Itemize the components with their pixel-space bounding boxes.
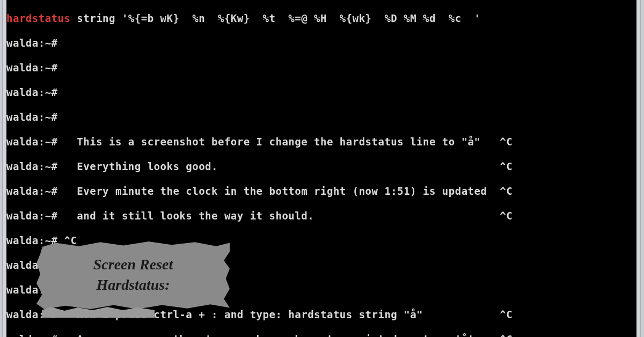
terminal-text: This is a screenshot before I change the…	[58, 136, 513, 148]
terminal-line: walda:~#	[6, 62, 636, 74]
shell-prompt: walda:~#	[6, 185, 58, 197]
overlay-label: Screen Reset Hardstatus:	[36, 241, 230, 309]
hardstatus-keyword: hardstatus	[6, 12, 70, 24]
shell-prompt: walda:~#	[6, 111, 58, 123]
shell-prompt: walda:~#	[6, 86, 58, 98]
shell-prompt: walda:~#	[6, 62, 58, 74]
terminal-line: hardstatus string '%{=b wK} %n %{Kw} %t …	[6, 12, 636, 25]
overlay-label-line2: Hardstatus:	[53, 275, 214, 295]
overlay-label-line1: Screen Reset	[53, 254, 214, 275]
terminal-line: walda:~#	[6, 37, 636, 49]
terminal-line: walda:~# Everything looks good. ^C	[6, 160, 636, 173]
shell-prompt: walda:~#	[6, 136, 58, 148]
terminal-line: walda:~# As you can see there's a garbag…	[6, 333, 636, 337]
terminal-line: walda:~# This is a screenshot before I c…	[6, 136, 636, 148]
terminal-line: walda:~#	[6, 111, 636, 123]
shell-prompt: walda:~#	[6, 210, 58, 222]
terminal-text: Every minute the clock in the bottom rig…	[58, 185, 513, 197]
hardstatus-args: string '%{=b wK} %n %{Kw} %t %=@ %H %{wk…	[70, 12, 480, 24]
terminal-line: walda:~# Every minute the clock in the b…	[6, 185, 636, 197]
shell-prompt: walda:~#	[6, 37, 58, 49]
terminal-line: walda:~# and it still looks the way it s…	[6, 210, 636, 222]
terminal-text: and it still looks the way it should. ^C	[58, 210, 513, 222]
terminal-line: walda:~#	[6, 86, 636, 99]
terminal-text: As you can see there's a garbage charact…	[58, 333, 513, 337]
shell-prompt: walda:~#	[6, 160, 58, 172]
terminal-text: Everything looks good. ^C	[58, 160, 513, 172]
shell-prompt: walda:~#	[6, 333, 58, 337]
overlay-label-card: Screen Reset Hardstatus:	[36, 241, 230, 309]
